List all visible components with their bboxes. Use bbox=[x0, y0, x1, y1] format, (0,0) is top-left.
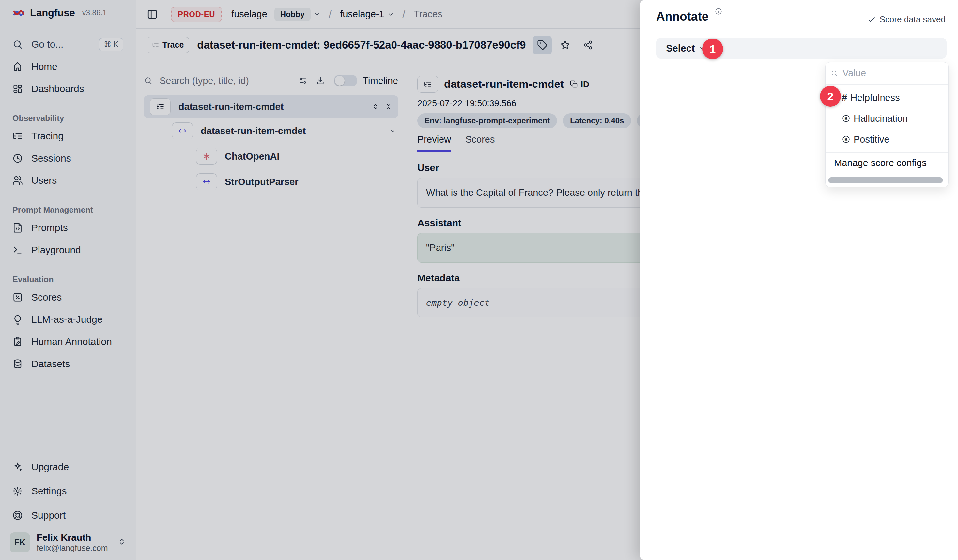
save-status: Score data saved bbox=[867, 14, 945, 24]
annotation-marker-1: 1 bbox=[702, 38, 723, 59]
annotate-drawer: Annotate Score data saved Select # Helpf… bbox=[639, 0, 958, 560]
search-icon bbox=[831, 70, 838, 77]
manage-score-configs-button[interactable]: Manage score configs bbox=[826, 153, 948, 173]
check-icon bbox=[867, 15, 876, 24]
score-option-label: Hallucination bbox=[853, 113, 908, 124]
circled-b-icon: B bbox=[842, 114, 850, 123]
svg-text:B: B bbox=[844, 137, 847, 142]
score-option-label: Postitive bbox=[853, 134, 890, 145]
dropdown-search-row bbox=[826, 62, 948, 84]
circled-b-icon: B bbox=[842, 135, 850, 144]
app-root: Langfuse v3.86.1 Go to... ⌘ K Home Dashb… bbox=[0, 0, 958, 560]
score-option-hallucination[interactable]: B Hallucination bbox=[826, 108, 948, 129]
save-status-label: Score data saved bbox=[880, 14, 945, 24]
score-select-trigger[interactable]: Select bbox=[656, 38, 947, 59]
annotate-title: Annotate bbox=[656, 10, 708, 24]
dropdown-search-input[interactable] bbox=[842, 68, 943, 79]
svg-text:B: B bbox=[844, 116, 847, 121]
info-icon[interactable] bbox=[715, 8, 722, 16]
annotation-marker-2: 2 bbox=[820, 86, 841, 107]
numeric-score-icon: # bbox=[842, 92, 847, 103]
score-option-label: Helpfulness bbox=[850, 92, 900, 103]
select-label: Select bbox=[666, 43, 695, 54]
dropdown-scrollbar[interactable] bbox=[828, 177, 943, 183]
score-option-helpfulness[interactable]: # Helpfulness bbox=[826, 87, 948, 108]
score-option-postitive[interactable]: B Postitive bbox=[826, 129, 948, 150]
score-config-dropdown: # Helpfulness B Hallucination B Postitiv… bbox=[825, 62, 948, 187]
